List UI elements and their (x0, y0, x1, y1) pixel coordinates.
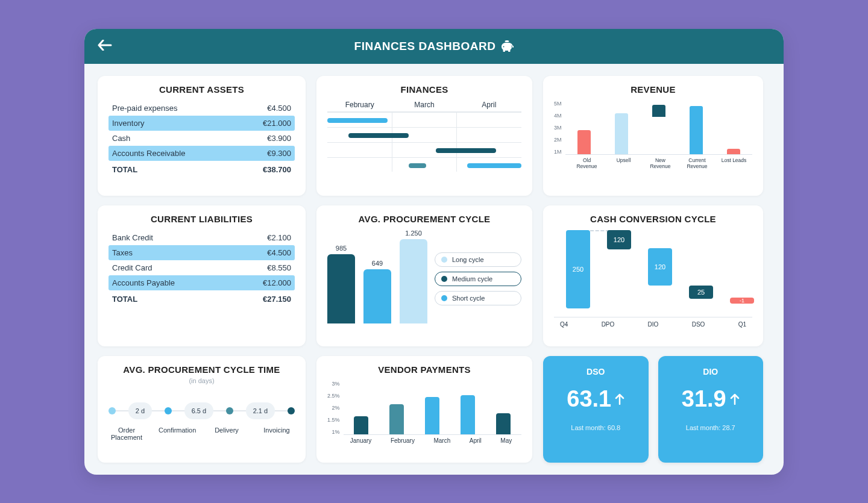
bar: 120 (607, 230, 631, 249)
table-row-total: TOTAL€27.150 (108, 292, 295, 307)
titlebar: FINANCES DASHBOARD (84, 29, 784, 64)
table-row-total: TOTAL€38.700 (108, 162, 295, 177)
timeline: 2 d 6.5 d 2.1 d (108, 402, 295, 419)
bar (327, 254, 355, 323)
card-title: AVG. PROCUREMENT CYCLE (327, 214, 521, 224)
piggy-icon (500, 40, 514, 52)
table-row: Pre-paid expenses€4.500 (108, 101, 295, 116)
dashboard-grid: CURRENT ASSETS Pre-paid expenses€4.500 I… (84, 64, 784, 475)
kpi-dso[interactable]: DSO 63.1 Last month: 60.8 (543, 356, 649, 463)
card-subtitle: (in days) (108, 377, 295, 384)
table-row: Credit Card€8.550 (108, 260, 295, 275)
bar: -1 (730, 298, 754, 304)
bar (652, 105, 665, 117)
card-title: CASH CONVERSION CYCLE (554, 214, 752, 224)
card-title: VENDOR PAYMENTS (327, 364, 521, 375)
timeline-node (108, 407, 116, 414)
card-title: FINANCES (327, 84, 521, 95)
back-arrow-icon (98, 40, 112, 51)
table-row: Bank Credit€2.100 (108, 230, 295, 245)
table-row: Taxes€4.500 (108, 245, 295, 260)
legend-item[interactable]: Long cycle (435, 252, 521, 267)
kpi-value: 63.1 (567, 386, 611, 412)
bar (400, 239, 427, 323)
timeline-node (288, 407, 295, 414)
kpi-dio[interactable]: DIO 31.9 Last month: 28.7 (658, 356, 764, 463)
vendor-bars (344, 381, 521, 435)
x-axis: January February March April May (341, 437, 521, 444)
bar (496, 413, 511, 434)
kpi-sub: Last month: 60.8 (549, 424, 643, 431)
x-axis: Q4 DPO DIO DSO Q1 (554, 321, 752, 328)
gantt-bar (327, 118, 388, 123)
timeline-node (165, 407, 172, 414)
arrow-up-icon (730, 393, 740, 405)
card-title: REVENUE (554, 84, 752, 95)
card-cash-conversion: CASH CONVERSION CYCLE 250 120 120 25 -1 … (543, 205, 763, 346)
bar (577, 130, 591, 154)
card-revenue: REVENUE 5M 4M 3M 2M 1M (543, 76, 763, 196)
card-current-liabilities: CURRENT LIABILITIES Bank Credit€2.100 Ta… (98, 205, 306, 346)
gantt-bar (409, 163, 426, 168)
timeline-duration: 2 d (128, 402, 152, 419)
card-vendor-payments: VENDOR PAYMENTS 3% 2.5% 2% 1.5% 1% (316, 356, 532, 463)
legend: Long cycle Medium cycle Short cycle (435, 252, 521, 305)
y-axis: 3% 2.5% 2% 1.5% 1% (327, 381, 340, 435)
proc-cycle-bars: 985 649 1.250 (327, 230, 427, 323)
y-axis: 5M 4M 3M 2M 1M (554, 101, 562, 155)
table-row: Cash€3.900 (108, 131, 295, 146)
x-axis: Old Revenue Upsell New Revenue Current R… (568, 157, 752, 169)
bar (425, 397, 439, 434)
gantt-bar (436, 148, 496, 153)
table-row: Accounts Receivable€9.300 (108, 146, 295, 161)
card-current-assets: CURRENT ASSETS Pre-paid expenses€4.500 I… (98, 76, 306, 196)
app-window: FINANCES DASHBOARD CURRENT ASSETS Pre-pa… (84, 29, 784, 475)
kpi-title: DIO (664, 367, 758, 376)
card-proc-cycle: AVG. PROCUREMENT CYCLE 985 649 1.250 Lon… (316, 205, 532, 346)
timeline-labels: Order Placement Confirmation Delivery In… (108, 426, 295, 441)
bar: 120 (648, 248, 672, 286)
bar (354, 416, 368, 434)
bar (389, 404, 404, 434)
table-row: Accounts Payable€12.000 (108, 275, 295, 290)
page-title-text: FINANCES DASHBOARD (354, 40, 496, 53)
gantt-bar (467, 163, 521, 168)
timeline-duration: 6.5 d (184, 402, 213, 419)
bar (363, 269, 391, 323)
card-title: AVG. PROCUREMENT CYCLE TIME (108, 364, 295, 375)
gantt-chart: February March April (327, 101, 521, 172)
card-title: CURRENT LIABILITIES (108, 214, 295, 224)
gantt-bar (348, 133, 409, 138)
card-finances-gantt: FINANCES February March April (316, 76, 532, 196)
page-title: FINANCES DASHBOARD (354, 40, 514, 53)
kpi-value: 31.9 (682, 386, 726, 412)
legend-item[interactable]: Short cycle (435, 291, 521, 305)
arrow-up-icon (615, 393, 624, 405)
legend-item[interactable]: Medium cycle (435, 272, 521, 286)
bar (615, 113, 628, 154)
bar: 25 (689, 286, 713, 299)
bar (727, 149, 740, 154)
kpi-row: DSO 63.1 Last month: 60.8 DIO 31.9 Last … (543, 356, 763, 463)
bar: 250 (566, 230, 590, 308)
table-row: Inventory€21.000 (108, 116, 295, 131)
kpi-sub: Last month: 28.7 (664, 424, 758, 431)
card-proc-cycle-time: AVG. PROCUREMENT CYCLE TIME (in days) 2 … (98, 356, 306, 463)
bar (461, 395, 475, 434)
timeline-node (226, 407, 233, 414)
card-title: CURRENT ASSETS (108, 84, 295, 95)
revenue-bars (565, 101, 752, 154)
timeline-duration: 2.1 d (246, 402, 275, 419)
back-button[interactable] (98, 40, 112, 53)
ccc-waterfall: 250 120 120 25 -1 (554, 230, 752, 317)
bar (690, 106, 703, 154)
kpi-title: DSO (549, 367, 643, 376)
